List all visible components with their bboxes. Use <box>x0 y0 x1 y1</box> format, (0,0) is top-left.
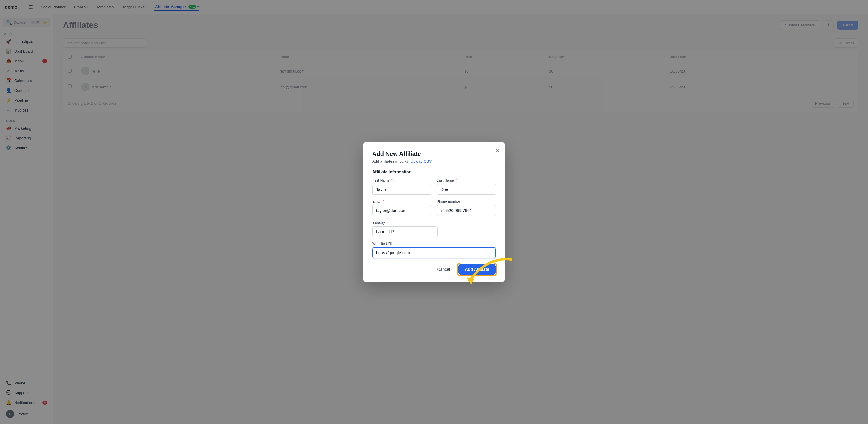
industry-input[interactable] <box>372 226 438 237</box>
last-name-label: Last Name * <box>437 178 496 182</box>
first-name-label: First Name * <box>372 178 432 182</box>
bulk-row: Add affiliates in bulk? Upload CSV <box>372 159 496 164</box>
section-label: Affiliate Information <box>372 169 496 174</box>
contact-row: Email * Phone number <box>372 199 496 216</box>
website-label: Website URL <box>372 242 496 246</box>
email-group: Email * <box>372 199 432 216</box>
email-label: Email * <box>372 199 432 204</box>
phone-group: Phone number <box>437 199 496 216</box>
upload-csv-link[interactable]: Upload CSV <box>410 159 432 164</box>
add-affiliate-button[interactable]: Add Affiliate <box>458 264 496 275</box>
industry-row: Industry <box>372 221 496 237</box>
bulk-text: Add affiliates in bulk? <box>372 159 409 164</box>
last-name-group: Last Name * <box>437 178 496 195</box>
modal-footer: Cancel Add Affiliate <box>372 264 496 275</box>
name-row: First Name * Last Name * <box>372 178 496 195</box>
modal-close-button[interactable]: ✕ <box>495 147 500 153</box>
modal-title: Add New Affiliate <box>372 150 496 157</box>
modal-overlay: Add New Affiliate ✕ Add affiliates in bu… <box>0 0 868 424</box>
add-affiliate-modal: Add New Affiliate ✕ Add affiliates in bu… <box>363 142 505 282</box>
industry-group: Industry <box>372 221 438 237</box>
first-name-group: First Name * <box>372 178 432 195</box>
phone-label: Phone number <box>437 199 496 204</box>
phone-input[interactable] <box>437 205 496 216</box>
website-row: Website URL <box>372 242 496 258</box>
first-name-input[interactable] <box>372 184 432 195</box>
last-name-input[interactable] <box>437 184 496 195</box>
email-input[interactable] <box>372 205 432 216</box>
website-input[interactable] <box>372 247 496 258</box>
website-group: Website URL <box>372 242 496 258</box>
cancel-button[interactable]: Cancel <box>432 265 455 274</box>
industry-label: Industry <box>372 221 438 225</box>
